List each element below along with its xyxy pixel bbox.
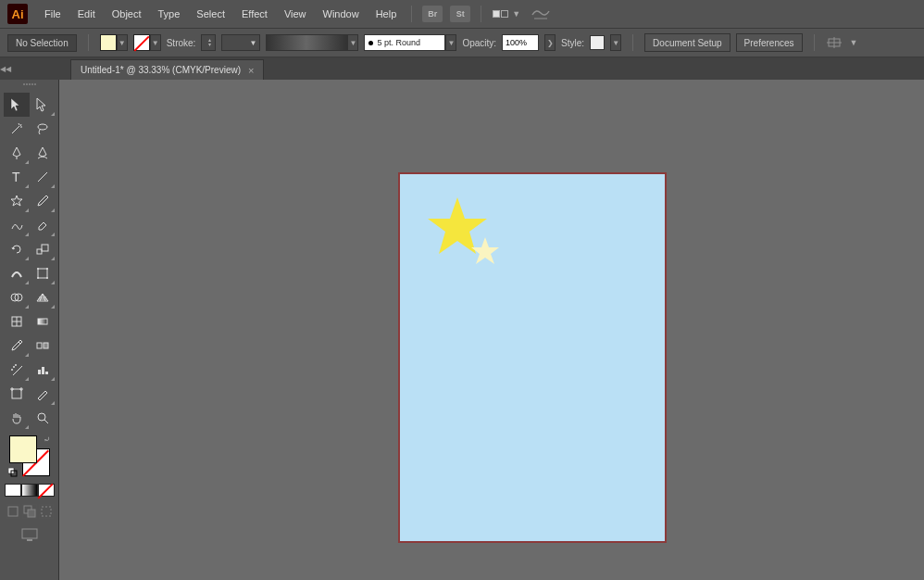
bridge-icon[interactable]: Br [422,6,443,22]
arrange-documents[interactable]: ▼ [493,9,520,19]
artboard-content [400,174,668,545]
pen-tool[interactable] [4,141,30,165]
stock-icon[interactable]: St [450,6,470,22]
scale-tool[interactable] [30,237,56,261]
svg-rect-31 [42,507,51,516]
opacity-label: Opacity: [462,38,496,48]
stroke-dropdown[interactable]: ▼ [150,34,161,51]
document-tab-bar: Untitled-1* @ 33.33% (CMYK/Preview) × [0,57,924,80]
separator [411,6,412,22]
screen-mode[interactable] [19,526,40,543]
menu-edit[interactable]: Edit [70,5,103,23]
opacity-input[interactable]: 100% [502,34,539,51]
variable-width-dropdown[interactable]: ▼ [221,34,260,51]
blend-tool[interactable] [30,334,56,358]
fill-big-swatch[interactable] [9,435,37,463]
hand-tool[interactable] [4,406,30,430]
draw-behind[interactable] [22,504,37,519]
swap-fill-stroke-icon[interactable]: ⤾ [44,435,51,444]
free-transform-tool[interactable] [30,261,56,285]
artboard-tool[interactable] [4,382,30,406]
document-tab[interactable]: Untitled-1* @ 33.33% (CMYK/Preview) × [70,59,264,80]
slice-tool[interactable] [30,382,56,406]
menu-bar: Ai File Edit Object Type Select Effect V… [0,0,924,28]
preferences-button[interactable]: Preferences [736,33,803,52]
stroke-swatch[interactable] [133,34,150,51]
fill-stroke-swatch[interactable]: ⤾ [9,435,50,476]
eyedropper-tool[interactable] [4,334,30,358]
mesh-tool[interactable] [4,309,30,334]
lasso-tool[interactable] [30,117,56,141]
align-to-icon[interactable] [826,34,843,51]
paintbrush-tool[interactable] [30,189,56,213]
menu-type[interactable]: Type [151,5,188,23]
shaper-tool[interactable] [4,213,30,237]
chevron-down-icon: ▼ [512,9,520,19]
draw-inside[interactable] [39,504,54,519]
brush-label: 5 pt. Round [377,38,420,47]
artboard[interactable] [398,172,667,543]
svg-point-10 [46,277,48,279]
menu-view[interactable]: View [277,5,314,23]
stroke-label: Stroke: [167,38,196,48]
gradient-tool[interactable] [30,309,56,334]
close-icon[interactable]: × [248,65,254,76]
gpu-preview-icon[interactable] [531,6,550,22]
menu-effect[interactable]: Effect [234,5,275,23]
panel-collapse-icon[interactable]: ◀◀ [0,57,11,80]
magic-wand-tool[interactable] [4,117,30,141]
width-tool[interactable] [4,261,30,285]
fill-dropdown[interactable]: ▼ [117,34,128,51]
menu-object[interactable]: Object [105,5,149,23]
perspective-grid-tool[interactable] [30,285,56,309]
curvature-tool[interactable] [30,141,56,165]
draw-normal[interactable] [6,504,20,519]
menu-file[interactable]: File [37,5,69,23]
app-logo: Ai [7,4,28,24]
direct-selection-tool[interactable] [30,93,56,117]
shape-builder-tool[interactable] [4,285,30,309]
separator [814,34,815,51]
column-graph-tool[interactable] [30,358,56,382]
none-mode[interactable] [38,484,55,497]
star-tool[interactable] [4,189,30,213]
svg-rect-16 [44,343,48,348]
stroke-weight-input[interactable]: ▴▾ [201,34,216,51]
svg-rect-28 [8,507,18,516]
selection-status: No Selection [7,34,77,52]
symbol-sprayer-tool[interactable] [4,358,30,382]
svg-rect-32 [22,529,37,538]
toolbox-grip[interactable] [6,83,53,89]
line-tool[interactable] [30,165,56,189]
menu-select[interactable]: Select [189,5,232,23]
svg-rect-33 [27,539,32,541]
brush-def-dropdown[interactable]: ▼ [445,34,456,51]
menu-help[interactable]: Help [368,5,405,23]
style-swatch[interactable] [590,35,605,50]
brush-dot-icon [368,41,373,45]
color-mode[interactable] [5,484,21,497]
svg-point-19 [15,364,17,366]
type-tool[interactable]: T [4,165,30,189]
rotate-tool[interactable] [4,237,30,261]
brush-preview[interactable] [266,34,347,51]
brush-definition[interactable]: 5 pt. Round [364,34,445,51]
star-shape-2[interactable] [471,237,499,264]
zoom-tool[interactable] [30,406,56,430]
eraser-tool[interactable] [30,213,56,237]
star-shape-1[interactable] [428,197,487,254]
brush-dropdown[interactable]: ▼ [347,34,358,51]
opacity-dropdown[interactable]: ❯ [544,34,556,51]
default-fill-stroke-icon[interactable] [8,468,18,477]
color-mode-row [5,484,55,497]
tab-title: Untitled-1* @ 33.33% (CMYK/Preview) [81,65,241,75]
fill-swatch[interactable] [100,34,117,51]
selection-tool[interactable] [4,93,30,117]
menu-window[interactable]: Window [316,5,367,23]
gradient-mode[interactable] [21,484,38,497]
svg-rect-30 [28,510,35,517]
svg-rect-6 [38,269,47,278]
style-dropdown[interactable]: ▼ [610,34,621,51]
canvas-area[interactable] [59,80,924,580]
document-setup-button[interactable]: Document Setup [644,33,730,52]
